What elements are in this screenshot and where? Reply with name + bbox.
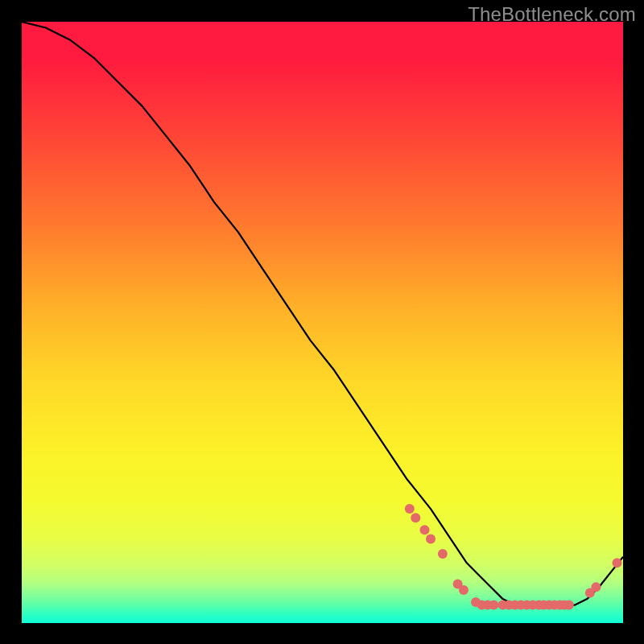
data-point [534,601,543,610]
data-point [555,601,565,610]
data-point [510,601,520,610]
data-point [459,585,469,595]
data-point [411,513,420,522]
data-point [405,504,415,514]
data-point [498,601,508,610]
data-point [453,579,463,588]
data-point [504,601,514,610]
data-point [420,525,430,535]
curve-line [22,22,623,605]
data-point [522,601,532,610]
bottleneck-curve-path [22,22,623,605]
watermark-text: TheBottleneck.com [468,3,636,26]
data-point [591,582,601,592]
data-point [564,601,574,610]
data-point [516,601,526,610]
data-point [559,601,569,610]
data-point [585,588,595,598]
data-point [489,601,498,610]
data-point [528,601,538,610]
data-point [613,558,622,568]
data-point [438,549,448,559]
data-point [550,601,559,610]
chart-svg [22,22,623,623]
data-point [477,601,487,610]
data-point [483,601,493,610]
data-point [471,597,481,607]
plot-area [22,22,623,623]
data-point [539,601,548,610]
data-point [544,601,554,610]
data-point [426,534,436,543]
chart-stage: TheBottleneck.com [0,0,644,644]
data-markers [405,504,622,610]
